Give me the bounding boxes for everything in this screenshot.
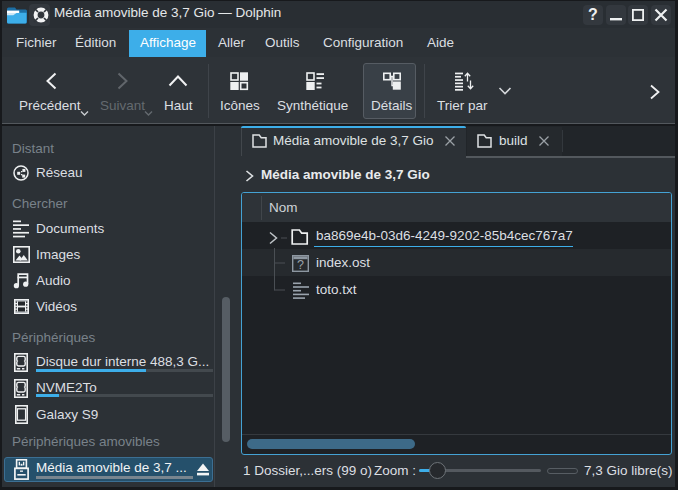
svg-text:?: ?	[297, 258, 304, 272]
